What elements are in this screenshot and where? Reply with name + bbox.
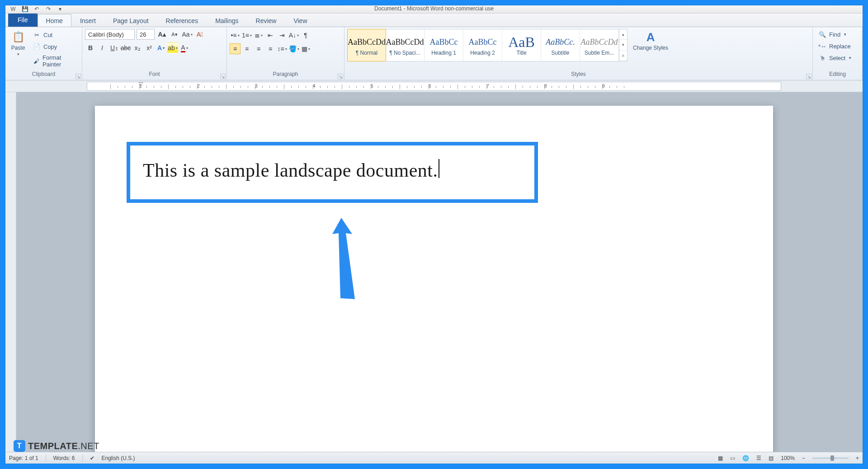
document-workspace[interactable]: This is a sample landscape document. bbox=[5, 92, 863, 452]
shading-icon[interactable]: 🪣 bbox=[288, 43, 299, 54]
sort-icon[interactable]: A↓ bbox=[288, 30, 299, 41]
format-painter-label: Format Painter bbox=[42, 54, 77, 68]
paste-label: Paste bbox=[11, 45, 25, 51]
status-words[interactable]: Words: 6 bbox=[53, 455, 75, 461]
undo-icon[interactable]: ↶ bbox=[33, 6, 41, 12]
app-window: W 💾 ↶ ↷ ▾ Document1 - Microsoft Word non… bbox=[5, 5, 863, 464]
format-painter-button[interactable]: 🖌Format Painter bbox=[31, 53, 79, 69]
group-clipboard: 📋 Paste ▾ ✂Cut 📄Copy 🖌Format Painter Cli… bbox=[5, 27, 82, 80]
clipboard-dialog-launcher[interactable]: ↘ bbox=[75, 74, 81, 79]
grow-font-icon[interactable]: A▴ bbox=[156, 29, 167, 40]
paste-button[interactable]: 📋 Paste ▾ bbox=[8, 29, 28, 57]
replace-button[interactable]: ᵃ↔Replace bbox=[816, 41, 854, 52]
style-title[interactable]: AaBTitle bbox=[502, 29, 541, 61]
decrease-indent-icon[interactable]: ⇤ bbox=[265, 30, 276, 41]
tab-references[interactable]: References bbox=[157, 14, 207, 27]
subscript-button[interactable]: x₂ bbox=[132, 42, 143, 53]
line-spacing-icon[interactable]: ↕≡ bbox=[277, 43, 288, 54]
qat-more-icon[interactable]: ▾ bbox=[56, 6, 64, 12]
callout-box: This is a sample landscape document. bbox=[127, 142, 538, 203]
styles-scroll-up[interactable]: ▴ bbox=[619, 29, 627, 40]
increase-indent-icon[interactable]: ⇥ bbox=[277, 30, 288, 41]
group-editing: 🔍Find▾ ᵃ↔Replace 🖱Select▾ Editing bbox=[813, 27, 863, 80]
font-name-combo[interactable]: Calibri (Body) bbox=[85, 29, 135, 40]
select-icon: 🖱 bbox=[818, 54, 826, 62]
tab-view[interactable]: View bbox=[285, 14, 316, 27]
align-left-button[interactable]: ≡ bbox=[230, 43, 241, 54]
zoom-in-button[interactable]: + bbox=[856, 455, 859, 461]
superscript-button[interactable]: x² bbox=[144, 42, 155, 53]
status-language[interactable]: English (U.S.) bbox=[102, 455, 135, 461]
view-web-icon[interactable]: 🌐 bbox=[742, 455, 749, 461]
select-button[interactable]: 🖱Select▾ bbox=[816, 52, 854, 63]
align-center-button[interactable]: ≡ bbox=[241, 43, 252, 54]
status-zoom[interactable]: 100% bbox=[781, 455, 795, 461]
style-heading1[interactable]: AaBbCcHeading 1 bbox=[425, 29, 463, 61]
tab-file[interactable]: File bbox=[8, 13, 38, 27]
borders-icon[interactable]: ▦ bbox=[300, 43, 311, 54]
view-full-screen-icon[interactable]: ▭ bbox=[730, 455, 735, 461]
status-proofing-icon[interactable]: ✔ bbox=[90, 455, 94, 461]
paragraph-dialog-launcher[interactable]: ↘ bbox=[338, 74, 343, 79]
watermark: T TEMPLATE.NET bbox=[14, 440, 99, 452]
horizontal-ruler[interactable]: ▽ 123456789 bbox=[87, 82, 781, 91]
view-outline-icon[interactable]: ☰ bbox=[756, 455, 761, 461]
bold-button[interactable]: B bbox=[85, 42, 96, 53]
find-icon: 🔍 bbox=[818, 30, 826, 38]
copy-icon: 📄 bbox=[33, 42, 41, 51]
tab-review[interactable]: Review bbox=[247, 14, 285, 27]
ruler-area: ▽ 123456789 bbox=[5, 80, 863, 92]
clear-formatting-icon[interactable]: А⃠ bbox=[194, 29, 205, 40]
word-icon: W bbox=[9, 6, 17, 12]
replace-icon: ᵃ↔ bbox=[818, 42, 826, 50]
styles-dialog-launcher[interactable]: ↘ bbox=[806, 74, 811, 79]
numbering-icon[interactable]: 1≡ bbox=[241, 30, 252, 41]
status-page[interactable]: Page: 1 of 1 bbox=[9, 455, 38, 461]
redo-icon[interactable]: ↷ bbox=[44, 6, 52, 12]
style-subtitle[interactable]: AaBbCc.Subtitle bbox=[541, 29, 580, 61]
multilevel-icon[interactable]: ≣ bbox=[253, 30, 264, 41]
tab-home[interactable]: Home bbox=[38, 14, 71, 27]
font-dialog-launcher[interactable]: ↘ bbox=[220, 74, 226, 79]
group-paragraph: •≡ 1≡ ≣ ⇤ ⇥ A↓ ¶ ≡ ≡ ≡ ≡ ↕≡ 🪣 ▦ bbox=[227, 27, 344, 80]
window-title: Document1 - Microsoft Word non-commercia… bbox=[374, 5, 494, 12]
find-button[interactable]: 🔍Find▾ bbox=[816, 29, 849, 40]
document-page[interactable]: This is a sample landscape document. bbox=[95, 106, 773, 452]
italic-button[interactable]: I bbox=[97, 42, 108, 53]
change-styles-icon: A bbox=[643, 30, 658, 44]
show-marks-icon[interactable]: ¶ bbox=[300, 30, 311, 41]
cut-button[interactable]: ✂Cut bbox=[31, 30, 79, 40]
text-effects-icon[interactable]: A bbox=[156, 42, 166, 53]
vertical-ruler[interactable] bbox=[5, 92, 16, 452]
bullets-icon[interactable]: •≡ bbox=[230, 30, 241, 41]
tab-page-layout[interactable]: Page Layout bbox=[104, 14, 157, 27]
style-heading2[interactable]: AaBbCcHeading 2 bbox=[463, 29, 502, 61]
change-case-icon[interactable]: Aa bbox=[182, 29, 193, 40]
change-styles-button[interactable]: A Change Styles bbox=[630, 29, 671, 52]
view-draft-icon[interactable]: ▤ bbox=[769, 455, 774, 461]
styles-expand[interactable]: ≡ bbox=[619, 51, 627, 61]
underline-button[interactable]: U bbox=[108, 42, 119, 53]
paragraph-group-label: Paragraph bbox=[230, 71, 341, 80]
style-normal[interactable]: AaBbCcDd¶ Normal bbox=[347, 29, 386, 61]
align-right-button[interactable]: ≡ bbox=[253, 43, 264, 54]
shrink-font-icon[interactable]: A▾ bbox=[169, 29, 180, 40]
view-print-layout-icon[interactable]: ▦ bbox=[718, 455, 723, 461]
brush-icon: 🖌 bbox=[33, 57, 40, 65]
justify-button[interactable]: ≡ bbox=[265, 43, 276, 54]
copy-button[interactable]: 📄Copy bbox=[31, 42, 79, 52]
style-no-spacing[interactable]: AaBbCcDd¶ No Spaci... bbox=[386, 29, 425, 61]
tab-insert[interactable]: Insert bbox=[71, 14, 104, 27]
strikethrough-button[interactable]: abc bbox=[120, 42, 131, 53]
font-color-icon[interactable]: A bbox=[179, 42, 190, 53]
style-subtle-emphasis[interactable]: AaBbCcDdSubtle Em... bbox=[580, 29, 619, 61]
zoom-out-button[interactable]: − bbox=[802, 455, 805, 461]
styles-scroll-down[interactable]: ▾ bbox=[619, 40, 627, 50]
zoom-slider[interactable] bbox=[812, 457, 849, 459]
highlight-icon[interactable]: ab bbox=[167, 42, 178, 53]
tab-mailings[interactable]: Mailings bbox=[207, 14, 247, 27]
find-label: Find bbox=[829, 31, 840, 38]
document-text[interactable]: This is a sample landscape document. bbox=[143, 160, 438, 181]
save-icon[interactable]: 💾 bbox=[21, 6, 29, 12]
font-size-combo[interactable]: 26 bbox=[137, 29, 155, 40]
